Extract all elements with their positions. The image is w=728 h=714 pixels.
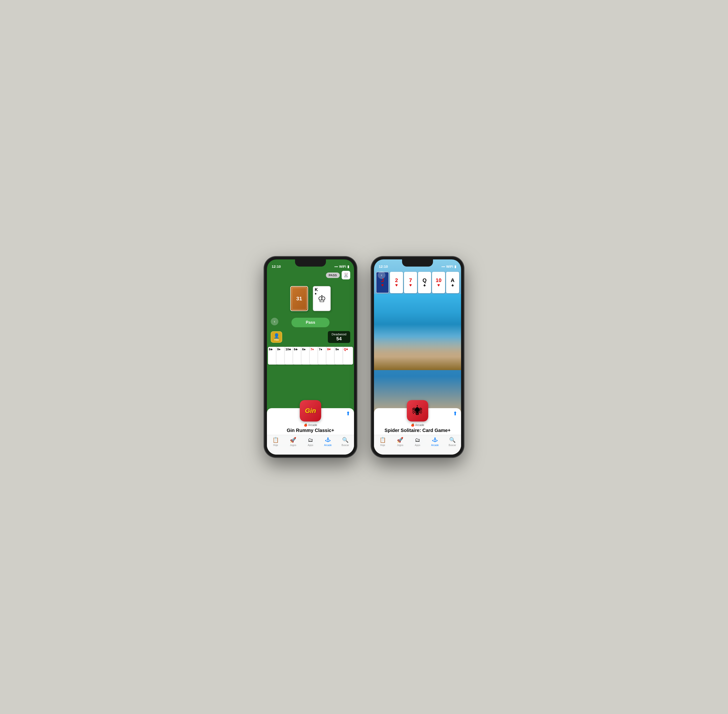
apps-icon-1: 🗂	[308, 437, 313, 443]
sol-card-4[interactable]: 10 ♥	[432, 272, 445, 293]
ocean-area	[374, 294, 461, 370]
tab-arcade-1[interactable]: 🕹 Arcade	[319, 437, 337, 447]
battery-icon-2: ▮	[454, 265, 456, 268]
tab-hoje-1[interactable]: 📋 Hoje	[267, 437, 284, 447]
arcade-label-tab-2: Arcade	[431, 444, 439, 447]
tab-hoje-2[interactable]: 📋 Hoje	[374, 437, 391, 447]
deadwood-box: Deadwood 54	[328, 331, 350, 343]
gin-icon: Gin	[300, 400, 321, 422]
hoje-label-2: Hoje	[380, 444, 385, 447]
wave-overlay	[374, 337, 461, 370]
deadwood-label: Deadwood	[332, 333, 346, 336]
back-button-1[interactable]: ‹	[271, 318, 279, 326]
face-down-card: 31	[290, 286, 308, 311]
signal-icon-2: ▪▪▪	[442, 265, 445, 268]
tab-arcade-2[interactable]: 🕹 Arcade	[426, 437, 444, 447]
gin-app-icon: Gin	[300, 400, 321, 422]
apple-icon-1: 🍎	[304, 423, 307, 427]
notch-1	[295, 260, 326, 267]
buscar-icon-2: 🔍	[449, 437, 455, 443]
phone-screen-2: 12:10 ▪▪▪ WiFi ▮ J ♥ 2 ♥	[374, 260, 461, 454]
sol-card-5-suit: ♠	[452, 283, 454, 287]
sol-card-0-suit: ♥	[381, 283, 384, 287]
tab-apps-1[interactable]: 🗂 Apps	[302, 437, 319, 447]
sol-card-4-value: 10	[436, 278, 441, 283]
tab-jogos-2[interactable]: 🚀 Jogos	[391, 437, 409, 447]
face-down-number: 31	[296, 296, 302, 302]
arcade-label-1: 🍎 Arcade	[304, 423, 317, 427]
pass-button-area[interactable]: Pass	[267, 318, 354, 327]
hand-cards: 8♣ 9♦ 10♣ 6♣ 6♠ 7♦ 7♠ 9♥ 9♠ Q♥	[267, 347, 354, 364]
sol-card-2[interactable]: 7 ♥	[404, 272, 417, 293]
sol-card-3[interactable]: Q ♠	[418, 272, 431, 293]
you-label: YOU	[274, 339, 279, 341]
status-icons-2: ▪▪▪ WiFi ▮	[442, 265, 456, 268]
back-button-2[interactable]: ‹	[378, 272, 385, 279]
share-button-1[interactable]: ⬆	[346, 411, 350, 417]
apple-icon-2: 🍎	[411, 423, 415, 427]
sol-card-4-suit: ♥	[437, 283, 440, 287]
apps-label-1: Apps	[308, 444, 313, 447]
tab-buscar-1[interactable]: 🔍 Buscar	[337, 437, 354, 447]
apps-icon-2: 🗂	[415, 437, 420, 443]
tab-bar-1: 📋 Hoje 🚀 Jogos 🗂 Apps 🕹 Arcade 🔍	[267, 435, 354, 454]
hoje-icon-2: 📋	[379, 437, 386, 443]
king-card: K ♠ ♔	[313, 286, 331, 311]
tab-jogos-1[interactable]: 🚀 Jogos	[284, 437, 302, 447]
buscar-label-1: Buscar	[342, 444, 349, 447]
buscar-icon-1: 🔍	[342, 437, 349, 443]
jogos-icon-1: 🚀	[290, 437, 296, 443]
wifi-icon-1: WiFi	[339, 265, 346, 268]
sol-card-3-value: Q	[422, 278, 427, 283]
jogos-icon-2: 🚀	[397, 437, 403, 443]
king-center: ♔	[318, 293, 326, 304]
gin-app-name: Gin Rummy Classic+	[287, 428, 334, 433]
sol-card-5[interactable]: A ♠	[446, 272, 459, 293]
spider-app-name: Spider Solitaire: Card Game+	[385, 428, 450, 433]
cards-center: 31 K ♠ ♔	[267, 281, 354, 316]
tab-bar-2: 📋 Hoje 🚀 Jogos 🗂 Apps 🕹 Arcade 🔍	[374, 435, 461, 454]
wifi-icon-2: WiFi	[446, 265, 453, 268]
notch-2	[402, 260, 433, 267]
arcade-text-2: Arcade	[415, 423, 424, 427]
jogos-label-1: Jogos	[290, 444, 296, 447]
hoje-label-1: Hoje	[273, 444, 278, 447]
phone-spider-solitaire: 12:10 ▪▪▪ WiFi ▮ J ♥ 2 ♥	[371, 256, 464, 458]
share-button-2[interactable]: ⬆	[453, 411, 457, 417]
king-value: K	[315, 288, 318, 292]
solitaire-top-cards: J ♥ 2 ♥ 7 ♥ Q ♠ 10 ♥	[374, 270, 461, 295]
status-time-1: 12:10	[272, 264, 281, 268]
sol-card-2-suit: ♥	[409, 283, 412, 287]
sol-card-1-suit: ♥	[395, 283, 398, 287]
king-suit: ♠	[315, 292, 316, 295]
arcade-icon-2: 🕹	[432, 437, 437, 443]
arcade-icon-1: 🕹	[325, 437, 331, 443]
arcade-label-tab-1: Arcade	[324, 444, 332, 447]
arcade-text-1: Arcade	[308, 423, 317, 427]
pass-chip: PASS	[326, 273, 340, 278]
phone-gin-rummy: 12:10 ▪▪▪ WiFi ▮ PASS 🐰 3	[264, 256, 357, 458]
hoje-icon-1: 📋	[273, 437, 279, 443]
phone-screen-1: 12:10 ▪▪▪ WiFi ▮ PASS 🐰 3	[267, 260, 354, 454]
battery-icon-1: ▮	[348, 265, 349, 268]
player-area: 👤 YOU Deadwood 54	[267, 329, 354, 345]
phones-container: 12:10 ▪▪▪ WiFi ▮ PASS 🐰 3	[264, 256, 464, 458]
tab-apps-2[interactable]: 🗂 Apps	[409, 437, 426, 447]
player-avatar: 👤 YOU	[271, 331, 282, 343]
arcade-label-2: 🍎 Arcade	[411, 423, 424, 427]
sol-card-1-value: 2	[395, 278, 398, 283]
hand-card-9[interactable]: Q♥	[343, 347, 353, 364]
sol-card-1[interactable]: 2 ♥	[390, 272, 403, 293]
sol-card-2-value: 7	[409, 278, 412, 283]
tab-buscar-2[interactable]: 🔍 Buscar	[444, 437, 461, 447]
bunny-icon: 🐰	[342, 271, 350, 279]
sol-card-3-suit: ♠	[424, 283, 426, 287]
apps-label-2: Apps	[415, 444, 420, 447]
pass-button[interactable]: Pass	[291, 318, 330, 327]
sol-card-5-value: A	[451, 278, 455, 283]
deadwood-value: 54	[332, 336, 346, 342]
status-time-2: 12:10	[379, 264, 388, 268]
spider-app-icon: 🕷	[407, 400, 428, 422]
jogos-label-2: Jogos	[397, 444, 403, 447]
buscar-label-2: Buscar	[449, 444, 456, 447]
